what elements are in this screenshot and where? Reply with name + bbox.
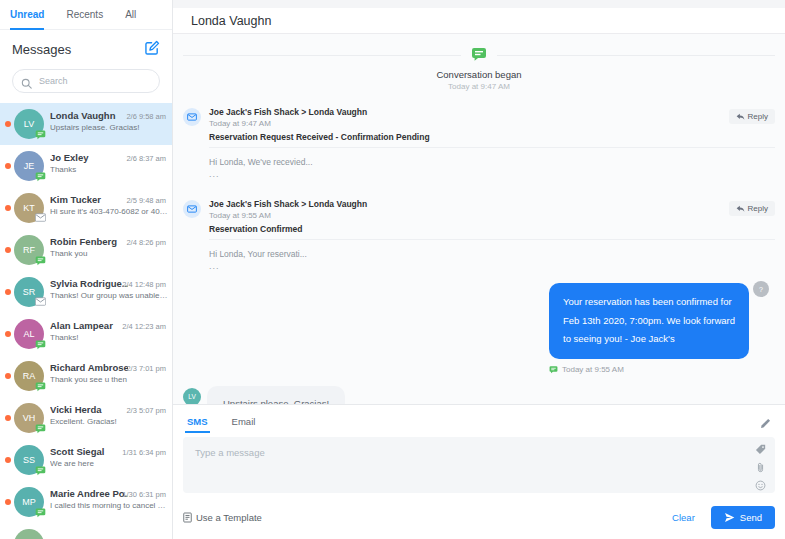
message-type-badge-icon [35, 423, 46, 434]
message-type-badge-icon [35, 381, 46, 392]
conversation-list-item[interactable]: SR Sylvia Rodrigue... [0, 271, 172, 313]
reply-button[interactable]: Reply [729, 109, 775, 124]
conversation-list-item[interactable] [0, 523, 172, 539]
tab-recents[interactable]: Recents [66, 0, 103, 29]
contact-name: Vicki Herda [50, 397, 128, 415]
attachment-icon[interactable] [755, 462, 766, 473]
envelope-icon [187, 205, 197, 213]
message-type-badge-icon [35, 465, 46, 476]
sidebar-filter-tabs: Unread Recents All [0, 0, 172, 30]
composer-footer: Use a Template Clear Send [183, 506, 775, 529]
unread-dot [5, 499, 11, 505]
contact-name: Marie Andree Po... [50, 481, 128, 499]
email-time: Today at 9:47 AM [209, 119, 775, 128]
send-button[interactable]: Send [711, 506, 775, 529]
tab-unread[interactable]: Unread [10, 0, 44, 29]
contact-name: Jo Exley [50, 145, 128, 163]
message-preview: I called this morning to cancel ? So... [50, 501, 168, 510]
message-input-wrap [183, 437, 775, 497]
edit-pencil-icon[interactable] [760, 415, 771, 433]
avatar-initials: VH [23, 413, 36, 423]
incoming-message-row: LV Upstairs please. Gracias! [183, 386, 785, 404]
compose-message-button[interactable] [145, 40, 160, 59]
avatar: LV [183, 388, 201, 404]
message-preview: Thank you see u then [50, 375, 168, 384]
send-label: Send [740, 512, 762, 523]
email-time: Today at 9:55 AM [209, 211, 775, 220]
message-input[interactable] [183, 437, 775, 493]
conversation-list-item[interactable]: AL Alan Lampear [0, 313, 172, 355]
contact-name: Kim Tucker [50, 187, 128, 205]
unread-dot [5, 457, 11, 463]
reply-button[interactable]: Reply [729, 201, 775, 216]
email-from: Joe Jack's Fish Shack > Londa Vaughn [209, 199, 775, 209]
outgoing-message-time: Today at 9:55 AM [562, 365, 624, 374]
email-message: Reply Joe Jack's Fish Shack > Londa Vaug… [183, 199, 775, 269]
contact-name: Scott Siegal [50, 439, 128, 457]
conversation-list-item[interactable]: VH Vicki Herda [0, 397, 172, 439]
show-more-button[interactable]: ... [209, 263, 775, 269]
message-type-badge-icon [35, 507, 46, 518]
message-preview: Hi sure it's 403-470-6082 or 403-6.. [50, 207, 168, 216]
unread-dot [5, 163, 11, 169]
conversation-list-item[interactable]: KT Kim Tucker 2 [0, 187, 172, 229]
avatar [14, 529, 44, 539]
unread-dot [5, 373, 11, 379]
envelope-icon [187, 113, 197, 121]
reply-icon [736, 113, 745, 121]
top-strip [173, 0, 785, 8]
message-preview: We are here [50, 459, 168, 468]
message-type-badge-icon [35, 213, 46, 224]
conversation-began-marker: Conversation began Today at 9:47 AM [173, 46, 785, 91]
message-preview: Thank you [50, 249, 168, 258]
contact-name: Robin Fenberg [50, 229, 128, 247]
avatar: AL [14, 319, 44, 349]
unread-dot [5, 331, 11, 337]
message-type-badge-icon [35, 297, 46, 308]
message-type-badge-icon [35, 129, 46, 140]
tag-icon[interactable] [755, 444, 766, 455]
conversation-list-item[interactable]: LV Londa Vaughn [0, 103, 172, 145]
conversation-began-time: Today at 9:47 AM [173, 82, 785, 91]
search-input[interactable] [12, 69, 160, 93]
outgoing-sms-bubble: Your reservation has been confirmed for … [549, 283, 749, 359]
tab-all[interactable]: All [125, 0, 136, 29]
conversation-list-item[interactable]: RA Richard Ambrose [0, 355, 172, 397]
conversation-began-label: Conversation began [173, 69, 785, 80]
contact-name: Sylvia Rodrigue... [50, 271, 128, 289]
clear-button[interactable]: Clear [672, 512, 695, 523]
avatar-initials: LV [24, 119, 34, 129]
conversation-time: 1/30 6:31 pm [122, 490, 166, 499]
contact-name [50, 523, 128, 530]
template-doc-icon [183, 512, 192, 523]
use-template-button[interactable]: Use a Template [183, 512, 262, 523]
avatar: RA [14, 361, 44, 391]
conversation-panel: Londa Vaughn Conversation began Today at… [173, 0, 785, 539]
sidebar-header: Messages [0, 30, 172, 65]
conversation-list-item[interactable]: MP Marie Andree Po... [0, 481, 172, 523]
unread-dot [5, 121, 11, 127]
conversation-list-item[interactable]: RF Robin Fenberg [0, 229, 172, 271]
conversation-time: 2/3 5:07 pm [126, 406, 166, 415]
contact-name: Alan Lampear [50, 313, 128, 331]
message-status-icon[interactable]: ? [753, 281, 769, 297]
incoming-sms-bubble: Upstairs please. Gracias! [207, 386, 345, 404]
show-more-button[interactable]: ... [209, 171, 775, 177]
conversation-list-item[interactable]: JE Jo Exley 2/6 [0, 145, 172, 187]
email-subject: Reservation Request Received - Confirmat… [209, 132, 775, 142]
tab-sms[interactable]: SMS [187, 405, 208, 437]
reply-label: Reply [748, 204, 768, 213]
email-avatar [183, 108, 201, 126]
conversation-list-item[interactable]: SS Scott Siegal [0, 439, 172, 481]
unread-dot [5, 289, 11, 295]
avatar-initials: AL [23, 329, 34, 339]
message-preview: Excellent. Gracias! [50, 417, 168, 426]
chat-bubble-icon [461, 46, 497, 66]
conversation-list: LV Londa Vaughn [0, 103, 172, 539]
avatar: JE [14, 151, 44, 181]
avatar-initials: SS [23, 455, 35, 465]
tab-email[interactable]: Email [232, 405, 256, 437]
use-template-label: Use a Template [196, 512, 262, 523]
conversation-time: 2/3 7:01 pm [126, 364, 166, 373]
emoji-icon[interactable] [755, 480, 766, 491]
